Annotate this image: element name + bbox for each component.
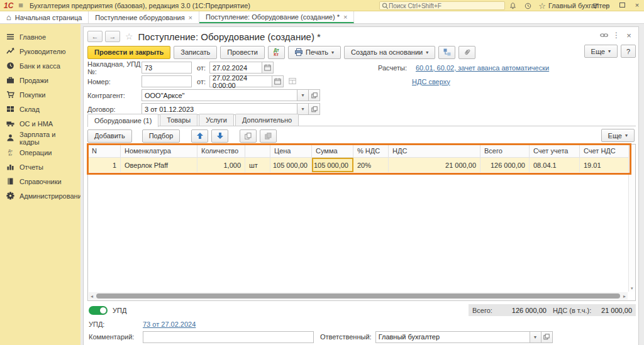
copy-row-button[interactable] <box>240 129 257 143</box>
vat-mode-link[interactable]: НДС сверху <box>412 78 450 85</box>
search-input[interactable] <box>389 3 496 9</box>
cell-account[interactable]: 08.04.1 <box>530 158 580 172</box>
sidebar-item-operations[interactable]: ДтКт Операции <box>0 145 80 160</box>
create-based-on-button[interactable]: Создать на основании ▾ <box>344 46 435 59</box>
tab-close-icon[interactable]: × <box>343 13 347 21</box>
post-and-close-button[interactable]: Провести и закрыть <box>87 46 170 59</box>
favorites-star-icon[interactable]: ☆ <box>536 1 548 11</box>
scrollbar-thumb[interactable] <box>96 293 620 298</box>
cell-vat-account[interactable]: 19.01 <box>580 158 629 172</box>
move-up-button[interactable] <box>191 129 208 143</box>
close-window-button[interactable]: × <box>633 1 641 9</box>
col-account[interactable]: Счет учета <box>530 145 580 157</box>
scroll-right-icon[interactable]: ▸ <box>621 293 628 299</box>
tab-home[interactable]: ⌂ Начальная страница <box>0 11 89 23</box>
save-button[interactable]: Записать <box>174 46 217 59</box>
col-vat[interactable]: НДС <box>389 145 480 157</box>
post-button[interactable]: Провести <box>220 46 265 59</box>
col-sum[interactable]: Сумма <box>312 145 353 157</box>
contractor-dropdown-icon[interactable]: ▾ <box>297 89 309 101</box>
calendar-icon[interactable] <box>262 62 274 74</box>
sidebar-item-fixed-assets[interactable]: ОС и НМА <box>0 116 80 131</box>
sidebar-item-payroll-hr[interactable]: Зарплата и кадры <box>0 131 80 145</box>
forward-button[interactable]: → <box>105 31 120 42</box>
invoice-number-field[interactable]: 73 <box>142 62 192 74</box>
document-date-field[interactable]: 27.02.2024 0:00:00 <box>209 75 272 87</box>
more-dots-icon[interactable]: ⋮ <box>611 31 622 40</box>
sidebar-item-purchases[interactable]: Покупки <box>0 87 80 102</box>
responsible-open-icon[interactable] <box>541 331 553 343</box>
main-menu-icon[interactable]: ≡ <box>18 1 23 10</box>
add-row-button[interactable]: Добавить <box>87 129 132 143</box>
service-menu-icon[interactable] <box>590 1 601 11</box>
horizontal-scrollbar[interactable]: ◂ ▸ <box>89 292 628 300</box>
tab-services[interactable]: Услуги <box>199 114 234 126</box>
tab-receipt-list[interactable]: Поступление оборудования × <box>89 11 199 23</box>
scroll-down-icon[interactable]: ▾ <box>631 286 633 291</box>
cell-quantity[interactable]: 1,000 <box>197 158 245 172</box>
vertical-scrollbar[interactable]: ▾ <box>628 145 635 292</box>
upd-toggle[interactable] <box>89 306 108 315</box>
calendar-icon[interactable] <box>272 75 284 87</box>
sidebar-item-administration[interactable]: Администрирование <box>0 189 80 203</box>
cell-unit[interactable]: шт <box>245 158 270 172</box>
settlements-link[interactable]: 60.01, 60.02, зачет аванса автоматически <box>416 64 549 72</box>
back-button[interactable]: ← <box>87 31 103 42</box>
sidebar-item-sales[interactable]: Продажи <box>0 73 80 87</box>
tab-goods[interactable]: Товары <box>160 114 197 126</box>
form-more-button[interactable]: Еще▾ <box>584 45 618 58</box>
invoice-date-field[interactable]: 27.02.2024 <box>209 62 262 74</box>
tab-close-icon[interactable]: × <box>189 14 192 21</box>
col-vat-rate[interactable]: % НДС <box>353 145 389 157</box>
table-row[interactable]: 1 Оверлок Pfaff 1,000 шт 105 000,00 105 … <box>88 158 629 172</box>
notifications-bell-icon[interactable] <box>507 1 518 11</box>
favorite-star-icon[interactable]: ☆ <box>125 31 133 41</box>
cell-n[interactable]: 1 <box>88 158 121 172</box>
number-settings-icon[interactable] <box>289 77 296 86</box>
global-search[interactable] <box>379 1 505 10</box>
responsible-field[interactable]: Главный бухгалтер <box>375 331 530 343</box>
sidebar-item-bank-cash[interactable]: Банк и касса <box>0 58 80 73</box>
attachments-button[interactable] <box>458 46 475 59</box>
dt-kt-postings-button[interactable]: ДтКт <box>268 46 285 59</box>
tab-equipment[interactable]: Оборудование (1) <box>87 114 158 127</box>
tab-additional[interactable]: Дополнительно <box>235 114 299 126</box>
sidebar-item-directories[interactable]: Справочники <box>0 174 80 189</box>
responsible-dropdown-icon[interactable]: ▾ <box>530 331 541 343</box>
document-number-field[interactable] <box>142 75 192 87</box>
maximize-button[interactable] <box>618 1 626 9</box>
cell-price[interactable]: 105 000,00 <box>270 158 312 172</box>
sidebar-item-main[interactable]: Главное <box>0 30 80 44</box>
help-button[interactable]: ? <box>621 45 636 58</box>
paste-row-button[interactable] <box>260 129 277 143</box>
col-n[interactable]: N <box>88 145 121 157</box>
close-form-icon[interactable]: × <box>623 31 635 40</box>
cell-total[interactable]: 126 000,00 <box>480 158 530 172</box>
col-vat-account[interactable]: Счет НДС <box>580 145 629 157</box>
contractor-field[interactable]: ООО"Арксе" <box>142 89 297 101</box>
cell-nomenclature[interactable]: Оверлок Pfaff <box>121 158 197 172</box>
move-down-button[interactable] <box>211 129 228 143</box>
sidebar-item-manager[interactable]: Руководителю <box>0 44 80 58</box>
cell-vat-rate[interactable]: 20% <box>353 158 389 172</box>
cell-sum-selected[interactable]: 105 000,00 <box>312 158 353 172</box>
col-price[interactable]: Цена <box>270 145 312 157</box>
sidebar-item-reports[interactable]: Отчеты <box>0 160 80 174</box>
col-nomenclature[interactable]: Номенклатура <box>121 145 197 157</box>
comment-field[interactable] <box>143 331 314 343</box>
table-more-button[interactable]: Еще▾ <box>601 129 635 142</box>
related-documents-button[interactable] <box>438 46 455 59</box>
get-link-icon[interactable] <box>598 31 609 40</box>
print-button[interactable]: Печать ▾ <box>288 46 341 59</box>
cell-vat[interactable]: 21 000,00 <box>389 158 480 172</box>
contractor-open-icon[interactable] <box>309 89 320 101</box>
col-quantity[interactable]: Количество <box>197 145 245 157</box>
upd-link[interactable]: 73 от 27.02.2024 <box>143 320 196 328</box>
col-total[interactable]: Всего <box>480 145 530 157</box>
col-unit[interactable] <box>245 145 270 157</box>
pick-button[interactable]: Подбор <box>142 129 180 143</box>
minimize-button[interactable]: – <box>602 1 611 9</box>
history-icon[interactable] <box>522 1 533 11</box>
scroll-left-icon[interactable]: ◂ <box>89 293 95 299</box>
sidebar-item-warehouse[interactable]: Склад <box>0 102 80 116</box>
